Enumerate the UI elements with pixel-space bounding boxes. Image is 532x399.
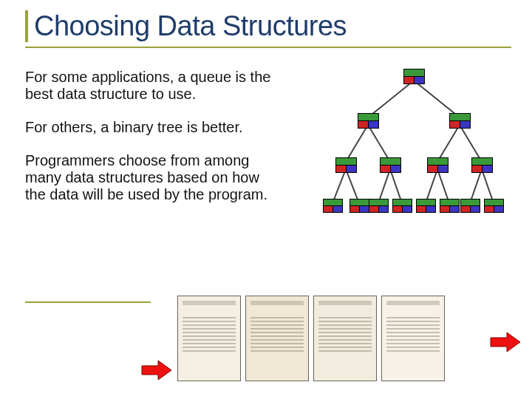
binary-tree-figure [316,63,511,221]
svg-rect-36 [323,205,332,212]
document-thumbnail [177,296,241,381]
tree-node [349,199,369,212]
svg-rect-17 [358,113,378,120]
svg-rect-14 [403,69,424,76]
svg-line-5 [460,125,482,162]
arrow-right-icon [489,331,522,353]
svg-rect-41 [369,199,388,205]
svg-line-12 [470,169,482,203]
svg-rect-27 [380,165,390,172]
arrow-right-icon [140,359,173,381]
svg-line-0 [368,81,414,117]
tree-node [403,69,424,83]
svg-line-2 [346,125,368,162]
svg-rect-43 [378,205,388,212]
svg-rect-35 [323,199,342,205]
svg-line-10 [426,169,437,203]
title-underline [25,47,511,48]
tree-node [323,199,342,212]
svg-rect-40 [359,205,369,212]
svg-rect-32 [471,157,492,165]
tree-node [416,199,435,212]
tree-node [427,157,448,172]
svg-line-13 [482,169,494,203]
slide-body: For some applications, a queue is the be… [25,69,511,221]
svg-rect-56 [484,199,503,205]
svg-rect-15 [403,76,414,83]
binary-tree-svg [316,63,511,218]
svg-rect-21 [449,120,460,128]
svg-rect-52 [449,205,459,212]
svg-rect-18 [358,120,368,128]
svg-marker-60 [491,332,520,352]
svg-rect-58 [494,205,503,212]
svg-rect-45 [392,205,402,212]
tree-node [335,157,356,172]
svg-rect-16 [414,76,424,83]
svg-line-6 [332,169,346,203]
tree-node [460,199,480,212]
svg-rect-23 [335,157,356,165]
svg-rect-25 [346,165,356,172]
svg-line-11 [437,169,449,203]
svg-rect-57 [484,205,494,212]
svg-rect-31 [437,165,448,172]
tree-node [392,199,412,212]
svg-rect-51 [440,205,449,212]
svg-rect-24 [335,165,346,172]
tree-node [369,199,388,212]
document-thumbnail [381,296,445,381]
svg-rect-53 [460,199,480,205]
svg-rect-30 [427,165,437,172]
slide-title: Choosing Data Structures [34,10,511,42]
svg-rect-33 [471,165,482,172]
svg-line-1 [414,81,460,117]
paragraph-2: For others, a binary tree is better. [25,119,276,136]
svg-rect-49 [426,205,435,212]
documents-row [140,296,445,381]
svg-rect-22 [460,120,470,128]
svg-rect-42 [369,205,378,212]
svg-rect-26 [380,157,400,165]
paragraph-1: For some applications, a queue is the be… [25,69,276,103]
svg-rect-37 [332,205,342,212]
svg-rect-48 [416,205,426,212]
tree-node [471,157,492,172]
svg-line-9 [390,169,402,203]
svg-line-7 [346,169,359,203]
svg-rect-38 [349,199,369,205]
svg-rect-55 [470,205,480,212]
svg-rect-29 [427,157,448,165]
svg-rect-34 [482,165,492,172]
svg-rect-44 [392,199,412,205]
svg-marker-59 [142,361,171,380]
svg-line-3 [368,125,390,162]
paragraph-3: Programmers choose from among many data … [25,152,276,203]
svg-rect-46 [402,205,412,212]
document-thumbnail [245,296,309,381]
footer-underline [25,301,151,303]
text-column: For some applications, a queue is the be… [25,69,303,221]
tree-node [440,199,459,212]
svg-rect-39 [349,205,359,212]
title-accent: Choosing Data Structures [25,10,511,42]
tree-node [449,113,470,128]
svg-line-4 [437,125,460,162]
tree-node [484,199,503,212]
svg-rect-19 [368,120,378,128]
svg-rect-28 [390,165,400,172]
svg-line-8 [378,169,390,203]
svg-rect-47 [416,199,435,205]
slide: Choosing Data Structures For some applic… [0,0,532,399]
svg-rect-54 [460,205,470,212]
svg-rect-20 [449,113,470,120]
tree-node [358,113,378,128]
document-thumbnail [313,296,377,381]
svg-rect-50 [440,199,459,205]
tree-node [380,157,400,172]
